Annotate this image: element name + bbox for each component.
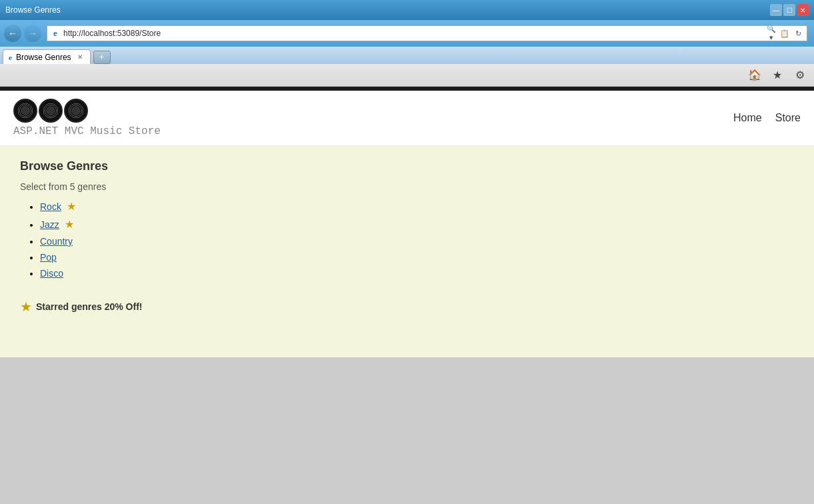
- genre-link-rock[interactable]: Rock: [40, 201, 61, 212]
- vinyl-record-2: [39, 99, 63, 123]
- list-item: Country: [40, 236, 794, 247]
- forward-button[interactable]: →: [24, 25, 41, 42]
- logo-icon: [13, 99, 161, 123]
- promo-star-icon: ★: [20, 299, 32, 315]
- vinyl-record-1: [13, 99, 37, 123]
- tab-bar: e Browse Genres ✕ +: [0, 47, 814, 64]
- tab-close-button[interactable]: ✕: [75, 53, 85, 62]
- settings-toolbar-button[interactable]: ⚙: [791, 67, 809, 84]
- add-to-favorites-button[interactable]: 📋: [779, 27, 791, 39]
- address-bar[interactable]: e http://localhost:53089/Store 🔍▾ 📋 ↻: [47, 25, 807, 41]
- list-item: Rock ★: [40, 200, 794, 213]
- ie-logo: e: [53, 28, 57, 39]
- tab-ie-icon: e: [9, 53, 12, 61]
- page-content: Browse Genres Select from 5 genres Rock …: [0, 146, 814, 328]
- promo-text: Starred genres 20% Off!: [36, 301, 143, 312]
- list-item: Jazz ★: [40, 218, 794, 231]
- close-button[interactable]: ✕: [797, 4, 809, 16]
- new-tab-button[interactable]: +: [93, 51, 111, 64]
- title-bar-left: Browse Genres: [5, 5, 61, 15]
- toolbar-bar: 🏠 ★ ⚙: [0, 64, 814, 87]
- home-toolbar-button[interactable]: 🏠: [746, 67, 763, 84]
- favorites-toolbar-button[interactable]: ★: [769, 67, 786, 84]
- active-tab[interactable]: e Browse Genres ✕: [3, 49, 91, 64]
- genre-count-text: Select from 5 genres: [20, 181, 794, 192]
- list-item: Pop: [40, 252, 794, 263]
- ie-icon: e: [50, 28, 61, 39]
- address-actions: 🔍▾ 📋 ↻: [765, 27, 804, 39]
- url-text: http://localhost:53089/Store: [63, 29, 765, 38]
- minimize-button[interactable]: —: [770, 4, 782, 16]
- refresh-button[interactable]: ↻: [792, 27, 804, 39]
- footer-area: [0, 357, 814, 504]
- genre-link-disco[interactable]: Disco: [40, 268, 63, 279]
- title-bar: Browse Genres — ☐ ✕: [0, 0, 814, 20]
- list-item: Disco: [40, 268, 794, 279]
- site-nav: Home Store: [733, 112, 801, 124]
- genre-link-pop[interactable]: Pop: [40, 252, 57, 263]
- nav-home-link[interactable]: Home: [733, 112, 762, 124]
- navigation-bar: ← → e http://localhost:53089/Store 🔍▾ 📋 …: [0, 20, 814, 47]
- nav-store-link[interactable]: Store: [775, 112, 801, 124]
- maximize-button[interactable]: ☐: [783, 4, 795, 16]
- genre-list: Rock ★ Jazz ★ Country Pop Disco: [20, 200, 794, 279]
- page-wrapper: ASP.NET MVC Music Store Home Store Brows…: [0, 91, 814, 357]
- promo-section: ★ Starred genres 20% Off!: [20, 299, 794, 315]
- window-title: Browse Genres: [5, 5, 61, 15]
- browser-window: Browse Genres — ☐ ✕ ← → e http://localho…: [0, 0, 814, 504]
- page-heading: Browse Genres: [20, 159, 794, 173]
- star-icon-jazz: ★: [65, 218, 74, 231]
- genre-link-jazz[interactable]: Jazz: [40, 219, 59, 230]
- logo-area: ASP.NET MVC Music Store: [13, 99, 161, 137]
- back-button[interactable]: ←: [4, 25, 21, 42]
- genre-link-country[interactable]: Country: [40, 236, 73, 247]
- search-dropdown-button[interactable]: 🔍▾: [765, 27, 777, 39]
- site-title: ASP.NET MVC Music Store: [13, 125, 161, 137]
- site-header: ASP.NET MVC Music Store Home Store: [0, 91, 814, 146]
- vinyl-record-3: [64, 99, 88, 123]
- tab-label: Browse Genres: [16, 53, 71, 62]
- window-controls: — ☐ ✕: [770, 4, 809, 16]
- star-icon-rock: ★: [67, 200, 76, 213]
